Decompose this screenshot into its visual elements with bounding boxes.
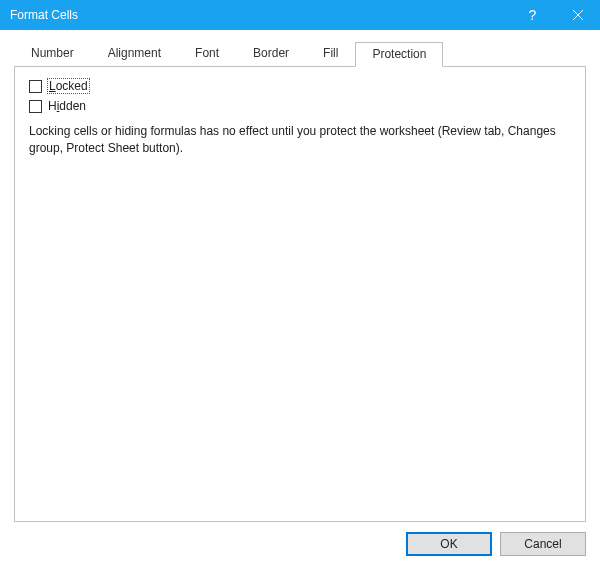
close-icon [573, 10, 583, 20]
tabs-row: Number Alignment Font Border Fill Protec… [14, 42, 586, 66]
locked-label: Locked [48, 79, 89, 93]
help-button[interactable]: ? [510, 0, 555, 30]
close-button[interactable] [555, 0, 600, 30]
ok-button[interactable]: OK [406, 532, 492, 556]
hidden-checkbox[interactable] [29, 100, 42, 113]
window-title: Format Cells [10, 8, 510, 22]
button-row: OK Cancel [14, 532, 586, 558]
tab-font[interactable]: Font [178, 41, 236, 66]
tab-number[interactable]: Number [14, 41, 91, 66]
cancel-button[interactable]: Cancel [500, 532, 586, 556]
tab-panel-protection: Locked Hidden Locking cells or hiding fo… [14, 66, 586, 522]
tab-fill[interactable]: Fill [306, 41, 355, 66]
tab-border[interactable]: Border [236, 41, 306, 66]
locked-checkbox-row[interactable]: Locked [29, 79, 571, 93]
hidden-checkbox-row[interactable]: Hidden [29, 99, 571, 113]
titlebar: Format Cells ? [0, 0, 600, 30]
tab-alignment[interactable]: Alignment [91, 41, 178, 66]
tab-protection[interactable]: Protection [355, 42, 443, 67]
help-icon: ? [529, 7, 537, 23]
dialog-content: Number Alignment Font Border Fill Protec… [0, 30, 600, 570]
locked-checkbox[interactable] [29, 80, 42, 93]
hidden-label: Hidden [48, 99, 86, 113]
protection-description: Locking cells or hiding formulas has no … [29, 123, 569, 158]
